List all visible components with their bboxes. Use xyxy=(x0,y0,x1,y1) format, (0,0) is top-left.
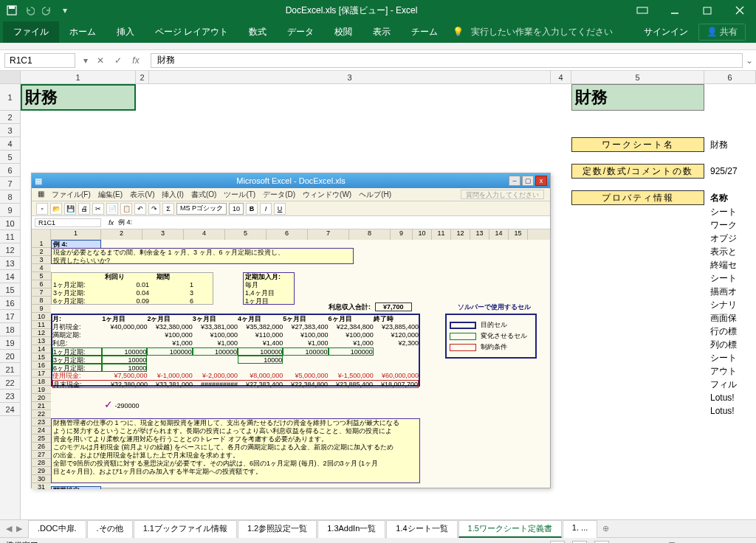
add-sheet-icon[interactable]: ⊕ xyxy=(598,524,613,533)
formula-input[interactable]: 財務 xyxy=(151,53,743,68)
data-cell xyxy=(102,339,147,347)
row-header[interactable]: 3 xyxy=(0,124,20,137)
col-header[interactable]: 2 xyxy=(136,71,149,83)
tab-prev-icon[interactable]: ◀ xyxy=(6,524,12,533)
emb-row-header: 14 xyxy=(32,345,51,353)
row-header[interactable]: 20 xyxy=(0,350,20,363)
view-pagelayout-icon[interactable] xyxy=(572,541,587,544)
cancel-formula-icon[interactable]: ✕ xyxy=(92,55,109,66)
cell-grid[interactable]: 財務 財務 ワークシート名 財務 定数/数式/コメントの数 925/27 プロバ… xyxy=(21,84,756,519)
fontsize-select: 10 xyxy=(229,203,244,215)
emb-row-header: 12 xyxy=(32,329,51,337)
row-header[interactable]: 24 xyxy=(0,403,20,416)
emb-row-header: 20 xyxy=(32,394,51,402)
cell[interactable]: 財務 xyxy=(571,84,704,111)
tab-data[interactable]: データ xyxy=(277,21,324,43)
save-icon: 💾 xyxy=(64,203,76,215)
signin-button[interactable]: サインイン xyxy=(644,26,688,38)
tab-formulas[interactable]: 数式 xyxy=(238,21,277,43)
row-header[interactable]: 6 xyxy=(0,164,20,177)
view-normal-icon[interactable] xyxy=(550,541,565,544)
col-header[interactable]: 6 xyxy=(704,71,756,83)
col-header[interactable]: 1 xyxy=(21,71,136,83)
emb-row-header: 11 xyxy=(32,321,51,329)
col-header[interactable]: 3 xyxy=(149,71,551,83)
data-cell: 10000 xyxy=(102,364,147,372)
emb-row-header: 21 xyxy=(32,402,51,410)
sheet-tab[interactable]: 1.4シート一覧 xyxy=(386,520,457,538)
sheet-tab[interactable]: .その他 xyxy=(87,520,133,538)
name-box[interactable]: R1C1 xyxy=(4,53,75,68)
ribbon-tabs: ファイル ホーム 挿入 ページ レイアウト 数式 データ 校閲 表示 チーム 💡… xyxy=(0,21,756,43)
data-cell: ¥5,000,000 xyxy=(283,372,328,380)
row-header[interactable]: 11 xyxy=(0,230,20,243)
data-cell xyxy=(238,364,283,372)
row-header[interactable]: 2 xyxy=(0,111,20,124)
sheet-tab[interactable]: 1.2参照設定一覧 xyxy=(238,520,317,538)
row-header[interactable]: 13 xyxy=(0,257,20,270)
row-header[interactable]: 15 xyxy=(0,283,20,297)
tab-file[interactable]: ファイル xyxy=(3,21,59,43)
month-header: 4ヶ月目 xyxy=(238,315,283,323)
close-icon[interactable] xyxy=(724,0,756,21)
row-header[interactable]: 18 xyxy=(0,323,20,336)
col-header[interactable]: 4 xyxy=(551,71,571,83)
qat-dropdown-icon[interactable]: ▾ xyxy=(59,4,71,16)
ribbon-collapse-icon[interactable] xyxy=(626,0,659,21)
tab-view[interactable]: 表示 xyxy=(362,21,401,43)
emb-row-header: 19 xyxy=(32,386,51,394)
sheet-tab[interactable]: 1. ... xyxy=(563,520,597,538)
share-icon: 👤 xyxy=(707,27,718,37)
undo-icon[interactable] xyxy=(24,4,35,16)
tab-team[interactable]: チーム xyxy=(401,21,448,43)
emb-row-header: 7 xyxy=(32,288,51,297)
fx-icon[interactable]: fx xyxy=(127,55,145,66)
row-header[interactable]: 9 xyxy=(0,204,20,217)
view-pagebreak-icon[interactable] xyxy=(594,541,609,544)
redo-icon: ↷ xyxy=(148,203,160,215)
tell-me-icon: 💡 xyxy=(453,27,464,37)
data-cell: ¥100,000 xyxy=(329,331,374,339)
tab-next-icon[interactable]: ▶ xyxy=(16,524,22,533)
month-header: 6ヶ月目 xyxy=(329,315,374,323)
tab-review[interactable]: 校閲 xyxy=(324,21,362,43)
redo-icon[interactable] xyxy=(41,4,53,16)
active-cell[interactable]: 財務 xyxy=(21,84,136,111)
save-icon[interactable] xyxy=(6,4,18,16)
row-header[interactable]: 21 xyxy=(0,363,20,376)
sheet-tab[interactable]: .DOC中扉. xyxy=(28,520,86,538)
share-button[interactable]: 👤 共有 xyxy=(698,24,746,41)
data-cell: 100000 xyxy=(329,347,374,356)
tab-home[interactable]: ホーム xyxy=(59,21,106,43)
formula-expand-icon[interactable]: ⌄ xyxy=(743,55,756,66)
row-header[interactable]: 7 xyxy=(0,177,20,190)
minimize-icon[interactable] xyxy=(659,0,691,21)
row-header[interactable]: 16 xyxy=(0,297,20,310)
tab-pagelayout[interactable]: ページ レイアウト xyxy=(145,21,238,43)
paste-icon: 📋 xyxy=(120,203,132,215)
row-header[interactable]: 17 xyxy=(0,310,20,323)
row-header[interactable]: 23 xyxy=(0,390,20,403)
row-header[interactable]: 19 xyxy=(0,336,20,350)
tab-insert[interactable]: 挿入 xyxy=(106,21,145,43)
tell-me[interactable]: 実行したい作業を入力してください xyxy=(471,26,613,38)
excel-icon: ▦ xyxy=(35,176,42,186)
row-header[interactable]: 12 xyxy=(0,243,20,257)
row-header[interactable]: 1 xyxy=(0,84,20,111)
namebox-dropdown-icon[interactable]: ▾ xyxy=(80,55,92,66)
sheet-tab[interactable]: 1.3AddIn一覧 xyxy=(317,520,385,538)
row-header[interactable]: 14 xyxy=(0,270,20,283)
ribbon-body xyxy=(0,43,756,50)
row-header[interactable]: 8 xyxy=(0,190,20,204)
maximize-icon[interactable] xyxy=(691,0,724,21)
row-header[interactable]: 5 xyxy=(0,151,20,164)
accept-formula-icon[interactable]: ✓ xyxy=(109,55,127,66)
sheet-tab[interactable]: 1.5ワークシート定義書 xyxy=(458,520,562,538)
col-header[interactable]: 5 xyxy=(571,71,704,83)
select-all-corner[interactable] xyxy=(0,71,21,83)
font-select: MS Pゴシック xyxy=(176,203,227,215)
row-header[interactable]: 22 xyxy=(0,376,20,390)
row-header[interactable]: 10 xyxy=(0,217,20,230)
sheet-tab[interactable]: 1.1ブックファイル情報 xyxy=(134,520,237,538)
row-header[interactable]: 4 xyxy=(0,137,20,151)
